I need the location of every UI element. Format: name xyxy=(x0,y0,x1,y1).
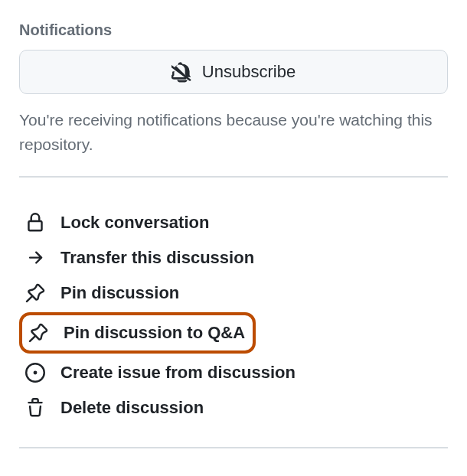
issue-opened-icon xyxy=(24,361,47,384)
notifications-heading: Notifications xyxy=(19,21,448,39)
bell-slash-icon xyxy=(171,61,193,83)
trash-icon xyxy=(24,396,47,419)
transfer-discussion-label: Transfer this discussion xyxy=(60,248,254,268)
create-issue-action[interactable]: Create issue from discussion xyxy=(19,355,448,390)
notifications-note: You're receiving notifications because y… xyxy=(19,108,448,156)
delete-discussion-action[interactable]: Delete discussion xyxy=(19,390,448,425)
lock-icon xyxy=(24,211,47,234)
delete-discussion-label: Delete discussion xyxy=(60,398,204,418)
pin-discussion-category-action[interactable]: Pin discussion to Q&A xyxy=(19,312,256,354)
transfer-discussion-action[interactable]: Transfer this discussion xyxy=(19,240,448,275)
lock-conversation-label: Lock conversation xyxy=(60,213,209,233)
pin-discussion-category-label: Pin discussion to Q&A xyxy=(64,323,245,343)
create-issue-label: Create issue from discussion xyxy=(60,363,296,383)
pin-discussion-action[interactable]: Pin discussion xyxy=(19,275,448,311)
pin-icon xyxy=(27,321,50,344)
lock-conversation-action[interactable]: Lock conversation xyxy=(19,205,448,240)
discussion-actions: Lock conversation Transfer this discussi… xyxy=(19,178,448,447)
pin-icon xyxy=(24,282,47,305)
unsubscribe-button[interactable]: Unsubscribe xyxy=(19,50,448,94)
pin-discussion-label: Pin discussion xyxy=(60,283,179,303)
unsubscribe-label: Unsubscribe xyxy=(202,62,296,82)
arrow-right-icon xyxy=(24,246,47,269)
